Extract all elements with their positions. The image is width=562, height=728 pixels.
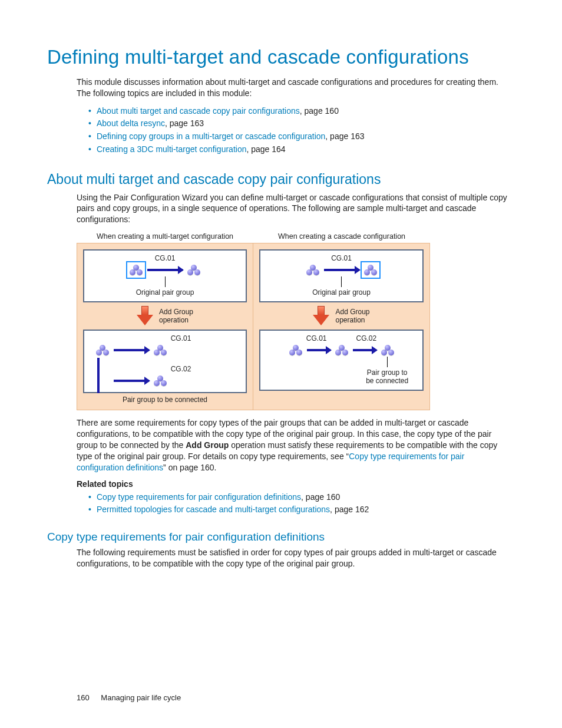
- intro-paragraph: This module discusses information about …: [77, 77, 509, 99]
- page-title: Defining multi-target and cascade config…: [47, 46, 515, 68]
- arrow-icon: [147, 269, 183, 271]
- section2-paragraph1: The following requirements must be satis…: [77, 547, 509, 569]
- diagram-multitarget-before: CG.01 Original pair group: [83, 249, 247, 302]
- toc-link[interactable]: About multi target and cascade copy pair…: [97, 106, 300, 116]
- cg-label: CG.01: [306, 334, 327, 342]
- page: Defining multi-target and cascade config…: [0, 0, 562, 728]
- toc-link[interactable]: Creating a 3DC multi-target configuratio…: [97, 144, 246, 154]
- related-item: Permitted topologies for cascade and mul…: [88, 503, 515, 516]
- related-topics-list: Copy type requirements for pair configur…: [88, 491, 515, 516]
- related-suffix: , page 160: [301, 492, 340, 502]
- related-topics-heading: Related topics: [77, 479, 515, 489]
- toc-list: About multi target and cascade copy pair…: [88, 105, 515, 156]
- section1-paragraph2: There are some requirements for copy typ…: [77, 417, 509, 473]
- storage-icon: [186, 263, 201, 276]
- callout-original: Original pair group: [265, 288, 418, 297]
- related-link[interactable]: Copy type requirements for pair configur…: [97, 492, 301, 502]
- callout-line: [387, 357, 388, 367]
- section1-paragraph1: Using the Pair Configuration Wizard you …: [77, 192, 509, 226]
- figure-caption-left: When creating a multi-target configurati…: [77, 231, 253, 243]
- toc-suffix: , page 160: [300, 106, 339, 116]
- diagram-cascade-after: CG.01 CG.02 Pair group to be connected: [259, 330, 424, 391]
- arrow-icon: [324, 269, 359, 271]
- subsection-heading-copy-type: Copy type requirements for pair configur…: [47, 531, 515, 543]
- page-footer: 160 Managing pair life cycle: [77, 693, 181, 702]
- configuration-figure: When creating a multi-target configurati…: [77, 231, 430, 410]
- storage-icon: [95, 344, 110, 357]
- toc-suffix: , page 163: [165, 118, 204, 128]
- figure-row-top: CG.01 Original pair group Add Group oper…: [77, 243, 430, 410]
- related-suffix: , page 162: [330, 505, 369, 514]
- figure-caption-right: When creating a cascade configuration: [253, 231, 430, 243]
- callout-line: [165, 276, 166, 287]
- chapter-title: Managing pair life cycle: [101, 693, 181, 702]
- storage-icon: [288, 344, 303, 357]
- toc-suffix: , page 163: [325, 131, 364, 141]
- figure-cell-top-left: CG.01 Original pair group Add Group oper…: [77, 243, 253, 410]
- related-item: Copy type requirements for pair configur…: [88, 491, 515, 504]
- section-heading-about: About multi target and cascade copy pair…: [47, 172, 515, 187]
- arrow-icon: [353, 349, 376, 351]
- add-group-op: Add Group operation: [259, 302, 424, 330]
- related-link[interactable]: Permitted topologies for cascade and mul…: [97, 505, 330, 514]
- diagram-cascade-before: CG.01 Original pair group: [259, 249, 424, 302]
- toc-link[interactable]: About delta resync: [97, 118, 165, 128]
- toc-link[interactable]: Defining copy groups in a multi-target o…: [97, 131, 325, 141]
- cg-label: CG.01: [265, 254, 418, 262]
- bold-add-group: Add Group: [186, 440, 229, 450]
- arrow-icon: [307, 349, 330, 351]
- add-group-label: Add Group operation: [335, 308, 369, 325]
- storage-icon: [380, 344, 395, 357]
- diagram-multitarget-after: CG.01 CG.02: [83, 330, 247, 393]
- arrow-icon: [114, 349, 149, 351]
- add-group-label: Add Group operation: [159, 308, 193, 325]
- callout-connected-left: Pair group to be connected: [83, 396, 247, 404]
- toc-item: Defining copy groups in a multi-target o…: [88, 130, 515, 143]
- storage-icon: [153, 374, 168, 387]
- callout-connected-right: Pair group to be connected: [356, 368, 418, 385]
- storage-icon: [363, 263, 378, 276]
- cg-label: CG.02: [356, 334, 377, 342]
- toc-item: Creating a 3DC multi-target configuratio…: [88, 143, 515, 156]
- toc-item: About delta resync, page 163: [88, 117, 515, 130]
- storage-icon: [334, 344, 349, 357]
- storage-icon: [128, 263, 144, 276]
- storage-icon: [305, 263, 320, 276]
- callout-line: [341, 276, 342, 287]
- vertical-connector: [97, 358, 100, 393]
- down-arrow-icon: [137, 306, 153, 326]
- arrow-icon: [114, 380, 149, 382]
- figure-cell-top-right: CG.01 Original pair group Add Group oper…: [253, 243, 429, 410]
- down-arrow-icon: [313, 306, 329, 326]
- toc-item: About multi target and cascade copy pair…: [88, 105, 515, 118]
- callout-original: Original pair group: [89, 288, 241, 297]
- add-group-op: Add Group operation: [83, 302, 247, 330]
- cg-label: CG.01: [121, 334, 241, 342]
- toc-suffix: , page 164: [246, 144, 285, 154]
- cg-label: CG.01: [89, 254, 241, 262]
- storage-icon: [153, 344, 168, 357]
- cg-label: CG.02: [121, 365, 241, 373]
- page-number: 160: [77, 693, 90, 702]
